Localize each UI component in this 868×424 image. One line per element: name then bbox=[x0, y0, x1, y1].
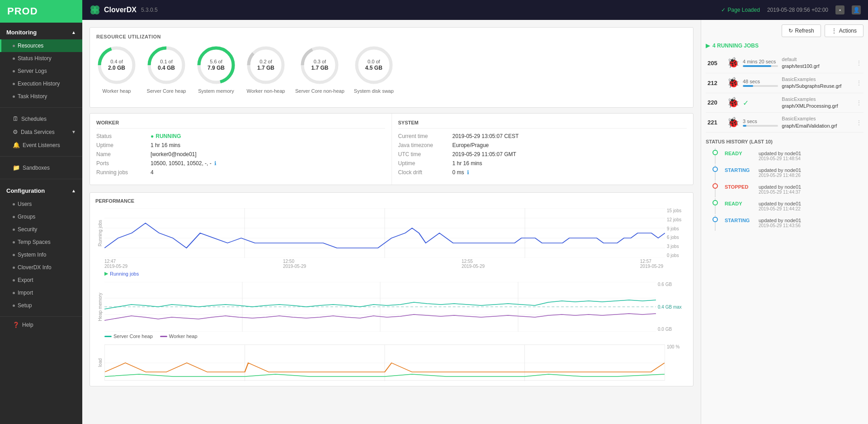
job-check-icon: ✓ bbox=[743, 99, 778, 107]
temp-spaces-label: Temp Spaces bbox=[18, 239, 51, 245]
history-dot bbox=[712, 183, 718, 189]
gauge-grid: 0.4 of 2.0 GB Worker heap 0.1 of 0.4 GB … bbox=[96, 45, 687, 94]
gauge-worker-non-heap: 0.2 of 1.7 GB Worker non-heap bbox=[245, 45, 286, 94]
worker-system-section: WORKER Status ● RUNNING Uptime 1 hr 16 m… bbox=[90, 113, 693, 185]
event-listeners-icon: 🔔 bbox=[13, 142, 20, 148]
job-menu-icon[interactable]: ⋮ bbox=[856, 60, 862, 66]
sidebar-item-groups[interactable]: Groups bbox=[0, 210, 82, 223]
sidebar-item-server-logs[interactable]: Server Logs bbox=[0, 65, 82, 77]
history-time: 2019-05-29 11:48:26 bbox=[759, 173, 801, 178]
sandboxes-icon: 📁 bbox=[13, 164, 20, 171]
status-history-label: Status History bbox=[18, 55, 52, 62]
ports-info-icon: ℹ bbox=[214, 160, 217, 167]
sidebar-item-execution-history[interactable]: Execution History bbox=[0, 77, 82, 90]
sidebar-item-cloverdx-info[interactable]: CloverDX Info bbox=[0, 261, 82, 274]
refresh-button[interactable]: ↻ Refresh bbox=[782, 24, 821, 37]
center-content: RESOURCE UTILIZATION 0.4 of 2.0 GB Worke… bbox=[82, 20, 701, 424]
sidebar-item-sandboxes[interactable]: 📁 Sandboxes bbox=[0, 161, 82, 174]
sidebar-item-help[interactable]: ❓ Help bbox=[0, 319, 82, 331]
history-detail: updated by node01 bbox=[759, 218, 801, 223]
sidebar-item-export[interactable]: Export bbox=[0, 274, 82, 286]
sidebar-item-security[interactable]: Security bbox=[0, 223, 82, 236]
notifications-icon[interactable]: ▪ bbox=[835, 5, 844, 14]
history-detail: updated by node01 bbox=[759, 201, 801, 206]
job-row-212[interactable]: 212 🐞 48 secs BasicExamples graph/Subgra… bbox=[706, 73, 863, 93]
status-label: Status bbox=[96, 133, 146, 139]
configuration-section[interactable]: Configuration ▲ bbox=[0, 184, 82, 198]
monitoring-section[interactable]: Monitoring ▲ bbox=[0, 25, 82, 39]
job-row-205[interactable]: 205 🐞 4 mins 20 secs default graph/test1… bbox=[706, 53, 863, 73]
performance-title: PERFORMANCE bbox=[95, 198, 688, 204]
job-row-221[interactable]: 221 🐞 3 secs BasicExamples graph/EmailVa… bbox=[706, 113, 863, 133]
play-icon: ▶ bbox=[104, 271, 108, 276]
sidebar-item-temp-spaces[interactable]: Temp Spaces bbox=[0, 236, 82, 248]
utc-time-label: UTC time bbox=[398, 151, 448, 157]
job-id: 220 bbox=[708, 99, 723, 106]
job-bar bbox=[743, 85, 778, 87]
import-dot bbox=[13, 292, 15, 294]
heap-memory-svg bbox=[104, 282, 656, 332]
history-dot bbox=[712, 167, 718, 172]
history-detail: updated by node01 bbox=[759, 167, 801, 173]
page-loaded-indicator: ✓ Page Loaded bbox=[721, 7, 760, 13]
user-icon[interactable]: 👤 bbox=[852, 5, 861, 14]
actions-button[interactable]: ⋮ Actions bbox=[825, 24, 863, 37]
history-item-2: STOPPED updated by node01 2019-05-29 11:… bbox=[715, 181, 863, 197]
running-jobs-value: 4 bbox=[151, 169, 154, 176]
system-title: SYSTEM bbox=[398, 120, 687, 129]
running-jobs-panel: ▶ 4 RUNNING JOBS 205 🐞 4 mins 20 secs de… bbox=[706, 43, 863, 133]
help-icon: ❓ bbox=[13, 322, 19, 328]
job-list: 205 🐞 4 mins 20 secs default graph/test1… bbox=[706, 53, 863, 133]
sidebar-item-task-history[interactable]: Task History bbox=[0, 90, 82, 103]
right-panel-toolbar: ↻ Refresh ⋮ Actions bbox=[706, 24, 863, 37]
sidebar-item-setup[interactable]: Setup bbox=[0, 299, 82, 312]
job-menu-icon[interactable]: ⋮ bbox=[856, 100, 862, 106]
users-label: Users bbox=[18, 201, 32, 207]
topbar: CloverDX 5.3.0.5 ✓ Page Loaded 2019-05-2… bbox=[82, 0, 868, 20]
history-time: 2019-05-29 11:44:22 bbox=[759, 206, 801, 211]
job-row-220[interactable]: 220 🐞 ✓ BasicExamples graph/XMLProcessin… bbox=[706, 93, 863, 113]
sidebar-item-data-services[interactable]: ⚙ Data Services ▼ bbox=[0, 125, 82, 138]
monitoring-chevron: ▲ bbox=[71, 30, 76, 35]
sidebar-item-import[interactable]: Import bbox=[0, 286, 82, 299]
resources-label: Resources bbox=[18, 43, 43, 49]
history-detail: updated by node01 bbox=[759, 151, 801, 156]
job-time-bar: 4 mins 20 secs bbox=[743, 59, 778, 67]
job-icon: 🐞 bbox=[727, 57, 739, 69]
history-dot bbox=[712, 200, 718, 205]
sidebar-item-schedules[interactable]: 🗓 Schedules bbox=[0, 112, 82, 125]
schedules-label: Schedules bbox=[21, 116, 47, 122]
configuration-chevron: ▲ bbox=[71, 188, 76, 193]
job-icon: 🐞 bbox=[727, 117, 739, 129]
sidebar-item-event-listeners[interactable]: 🔔 Event Listeners bbox=[0, 138, 82, 152]
job-menu-icon[interactable]: ⋮ bbox=[856, 119, 862, 126]
ports-value: 10500, 10501, 10502, -, - ℹ bbox=[151, 160, 217, 167]
job-menu-icon[interactable]: ⋮ bbox=[856, 80, 862, 86]
sidebar-item-users[interactable]: Users bbox=[0, 198, 82, 210]
env-label: PROD bbox=[0, 0, 82, 23]
performance-section: PERFORMANCE Running jobs bbox=[90, 192, 693, 386]
resources-dot bbox=[13, 45, 15, 47]
heap-legend: Server Core heap Worker heap bbox=[104, 333, 688, 339]
import-label: Import bbox=[18, 290, 33, 296]
resource-utilization-section: RESOURCE UTILIZATION 0.4 of 2.0 GB Worke… bbox=[90, 27, 693, 108]
groups-dot bbox=[13, 216, 15, 218]
execution-history-dot bbox=[13, 83, 15, 85]
sidebar-item-status-history[interactable]: Status History bbox=[0, 52, 82, 65]
sidebar-item-resources[interactable]: Resources bbox=[0, 39, 82, 52]
running-jobs-count: 4 RUNNING JOBS bbox=[712, 43, 759, 49]
history-status: STARTING bbox=[725, 167, 754, 173]
task-history-dot bbox=[13, 95, 15, 98]
server-logs-dot bbox=[13, 70, 15, 72]
clock-drift-value: 0 ms ℹ bbox=[453, 169, 469, 176]
sidebar-item-system-info[interactable]: System Info bbox=[0, 248, 82, 261]
history-item-1: STARTING updated by node01 2019-05-29 11… bbox=[715, 165, 863, 181]
heap-memory-chart: Heap memory bbox=[95, 282, 688, 339]
history-item-4: STARTING updated by node01 2019-05-29 11… bbox=[715, 215, 863, 231]
worker-title: WORKER bbox=[96, 120, 385, 129]
export-dot bbox=[13, 279, 15, 281]
job-id: 221 bbox=[708, 119, 723, 126]
status-history-header: STATUS HISTORY (LAST 10) bbox=[706, 139, 863, 144]
server-logs-label: Server Logs bbox=[18, 68, 47, 74]
uptime-label: Uptime bbox=[96, 142, 146, 148]
